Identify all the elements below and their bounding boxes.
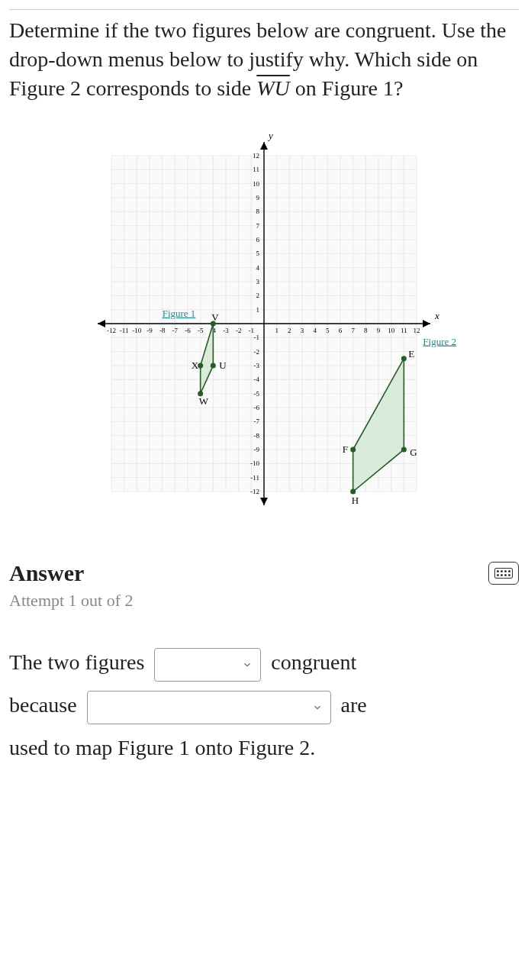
svg-text:1: 1 <box>275 327 278 334</box>
sentence-part-3: because <box>9 693 77 717</box>
svg-text:3: 3 <box>301 327 304 334</box>
svg-text:7: 7 <box>256 222 260 230</box>
svg-text:-10: -10 <box>250 460 259 468</box>
coordinate-plane: -12-11-10-9-8-7-6-5-4-3-2-11234567891011… <box>9 125 519 522</box>
question-post: on Figure 1? <box>295 76 404 100</box>
svg-point-110 <box>211 363 216 369</box>
svg-text:U: U <box>219 359 227 371</box>
dropdown-congruent[interactable] <box>154 648 261 682</box>
svg-text:3: 3 <box>256 278 260 285</box>
svg-text:F: F <box>343 443 348 455</box>
svg-text:-10: -10 <box>132 327 141 334</box>
answer-section: Answer Attempt 1 out of 2 The two figure… <box>9 560 519 769</box>
segment-wu: WU <box>256 76 290 100</box>
svg-text:8: 8 <box>364 327 368 334</box>
svg-text:-5: -5 <box>254 390 260 398</box>
svg-text:G: G <box>410 446 417 458</box>
chevron-down-icon <box>312 702 323 713</box>
keypad-button[interactable] <box>488 562 519 585</box>
question-text: Determine if the two figures below are c… <box>9 9 519 102</box>
svg-point-120 <box>401 447 407 453</box>
svg-text:6: 6 <box>256 236 260 243</box>
chart-svg: -12-11-10-9-8-7-6-5-4-3-2-11234567891011… <box>58 125 470 522</box>
svg-text:-7: -7 <box>254 418 260 426</box>
svg-text:7: 7 <box>351 327 355 334</box>
svg-text:W: W <box>199 395 209 407</box>
svg-marker-55 <box>260 142 268 150</box>
svg-text:Figure 2: Figure 2 <box>423 336 456 347</box>
svg-text:4: 4 <box>256 264 260 272</box>
svg-point-122 <box>350 489 356 495</box>
svg-text:11: 11 <box>253 166 259 174</box>
svg-text:1: 1 <box>256 306 260 314</box>
svg-text:-6: -6 <box>254 404 260 411</box>
svg-text:-4: -4 <box>254 376 260 384</box>
svg-text:9: 9 <box>377 327 381 334</box>
svg-text:X: X <box>192 359 199 371</box>
sentence-part-5: used to map Figure 1 onto Figure 2. <box>9 736 315 759</box>
svg-text:2: 2 <box>288 327 291 334</box>
sentence-part-1: The two figures <box>9 650 144 674</box>
svg-text:-11: -11 <box>250 474 259 482</box>
svg-text:Figure 1: Figure 1 <box>163 308 196 319</box>
svg-text:-8: -8 <box>159 327 166 334</box>
svg-text:-2: -2 <box>236 327 242 334</box>
svg-point-114 <box>198 363 203 369</box>
sentence-part-4: are <box>341 693 367 717</box>
svg-text:y: y <box>267 130 273 141</box>
svg-text:-3: -3 <box>254 362 260 369</box>
svg-text:-7: -7 <box>172 327 179 334</box>
svg-text:-12: -12 <box>250 488 259 495</box>
attempt-text: Attempt 1 out of 2 <box>9 591 519 611</box>
svg-text:-9: -9 <box>146 327 153 334</box>
svg-marker-54 <box>98 320 105 327</box>
svg-point-124 <box>350 447 356 453</box>
svg-text:2: 2 <box>256 292 260 300</box>
keypad-icon <box>494 568 513 579</box>
svg-marker-56 <box>260 498 268 505</box>
svg-text:5: 5 <box>256 250 260 258</box>
svg-point-118 <box>401 356 407 362</box>
svg-text:V: V <box>211 311 219 323</box>
svg-text:-9: -9 <box>254 446 260 453</box>
svg-marker-53 <box>423 320 430 327</box>
dropdown-reason[interactable] <box>87 691 331 724</box>
svg-text:-8: -8 <box>254 432 260 440</box>
svg-text:-6: -6 <box>185 327 191 334</box>
svg-text:5: 5 <box>326 327 330 334</box>
svg-text:-11: -11 <box>120 327 129 334</box>
svg-text:-2: -2 <box>254 348 260 356</box>
svg-text:11: 11 <box>401 327 407 334</box>
svg-text:-12: -12 <box>107 327 116 334</box>
chevron-down-icon <box>242 659 253 670</box>
svg-text:x: x <box>434 310 439 321</box>
svg-text:10: 10 <box>388 327 394 334</box>
svg-text:6: 6 <box>339 327 343 334</box>
svg-text:H: H <box>352 495 359 506</box>
svg-text:-3: -3 <box>223 327 229 334</box>
svg-text:-1: -1 <box>254 334 260 342</box>
svg-text:12: 12 <box>414 327 420 334</box>
svg-text:10: 10 <box>253 180 260 188</box>
svg-text:-5: -5 <box>198 327 204 334</box>
svg-text:E: E <box>408 348 414 359</box>
answer-sentence: The two figures congruent because are us… <box>9 641 519 769</box>
svg-text:12: 12 <box>253 152 259 160</box>
sentence-part-2: congruent <box>271 650 356 674</box>
svg-text:8: 8 <box>256 208 260 216</box>
svg-text:4: 4 <box>313 327 317 334</box>
svg-text:9: 9 <box>256 194 260 201</box>
answer-title: Answer <box>9 560 84 586</box>
